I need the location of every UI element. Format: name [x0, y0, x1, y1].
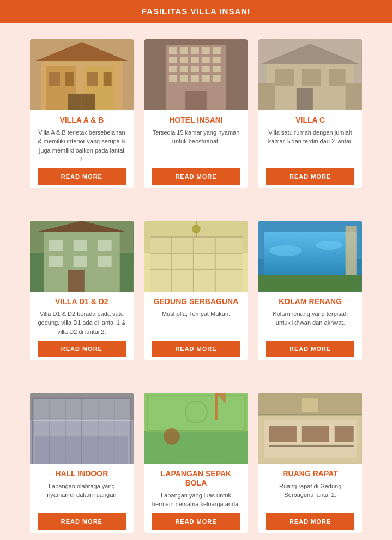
- svg-rect-37: [275, 69, 294, 86]
- svg-rect-106: [302, 398, 318, 412]
- svg-rect-6: [87, 72, 98, 86]
- card-lapangan-sepak-bola: LAPANGAN SEPAK BOLALapangan yang luas un…: [144, 393, 248, 533]
- read-more-btn-kolam-renang[interactable]: READ MORE: [266, 341, 354, 357]
- read-more-btn-hall-indoor[interactable]: READ MORE: [38, 513, 126, 530]
- svg-rect-30: [191, 75, 199, 82]
- card-villa-c: VILLA CVilla satu rumah dengan jumlah ka…: [258, 39, 362, 188]
- svg-rect-95: [215, 393, 218, 420]
- svg-rect-42: [346, 83, 362, 110]
- card-villa-ab: VILLA A & BVilla A & B terletak bersebel…: [30, 39, 134, 188]
- card-desc-hall-indoor: Lapangan olahraga yang nyaman di dalam r…: [38, 482, 126, 509]
- svg-rect-102: [335, 426, 354, 442]
- svg-rect-17: [212, 47, 220, 54]
- card-desc-villa-d1d2: Villa D1 & D2 berada pada satu gedung. v…: [38, 310, 126, 337]
- card-villa-d1d2: VILLA D1 & D2Villa D1 & D2 berada pada s…: [30, 221, 134, 360]
- svg-rect-39: [329, 69, 346, 86]
- card-title-villa-d1d2: VILLA D1 & D2: [38, 297, 126, 306]
- card-hotel-insani: HOTEL INSANITersedia 15 kamar yang nyama…: [144, 39, 248, 188]
- svg-rect-18: [169, 57, 177, 63]
- svg-rect-33: [185, 91, 207, 110]
- card-image-ruang-rapat: [258, 393, 362, 464]
- read-more-btn-lapangan-sepak-bola[interactable]: READ MORE: [152, 513, 240, 530]
- svg-rect-15: [191, 47, 199, 54]
- card-image-villa-d1d2: [30, 221, 134, 292]
- svg-rect-56: [150, 237, 243, 292]
- svg-rect-53: [68, 270, 85, 292]
- card-desc-gedung-serbaguna: Musholla, Tempat Makan.: [152, 310, 240, 337]
- svg-rect-25: [191, 66, 199, 72]
- svg-rect-19: [180, 57, 188, 63]
- svg-rect-14: [180, 47, 188, 54]
- card-image-lapangan-sepak-bola: [144, 393, 248, 464]
- svg-rect-27: [212, 66, 220, 72]
- svg-point-96: [164, 428, 180, 445]
- svg-rect-21: [201, 57, 209, 63]
- card-ruang-rapat: RUANG RAPATRuang rapat di Gedung Serbagu…: [258, 393, 362, 533]
- read-more-btn-hotel-insani[interactable]: READ MORE: [152, 168, 240, 185]
- card-desc-villa-ab: Villa A & B terletak bersebelahan & memi…: [38, 128, 126, 164]
- svg-rect-16: [201, 47, 209, 54]
- svg-rect-32: [212, 75, 220, 82]
- svg-rect-40: [297, 88, 313, 110]
- card-title-kolam-renang: KOLAM RENANG: [266, 297, 354, 306]
- card-hall-indoor: HALL INDOORLapangan olahraga yang nyaman…: [30, 393, 134, 533]
- card-title-hall-indoor: HALL INDOOR: [38, 469, 126, 478]
- card-row-3: HALL INDOORLapangan olahraga yang nyaman…: [0, 377, 392, 540]
- svg-rect-51: [74, 256, 87, 267]
- svg-rect-28: [169, 75, 177, 82]
- card-image-villa-c: [258, 39, 362, 110]
- svg-rect-52: [98, 256, 112, 267]
- svg-rect-31: [201, 75, 209, 82]
- card-row-1: VILLA A & BVilla A & B terletak bersebel…: [0, 23, 392, 204]
- svg-rect-48: [74, 240, 87, 251]
- card-title-ruang-rapat: RUANG RAPAT: [266, 469, 354, 478]
- svg-rect-23: [169, 66, 177, 72]
- card-title-villa-c: VILLA C: [266, 116, 354, 125]
- svg-rect-5: [65, 72, 74, 86]
- read-more-btn-gedung-serbaguna[interactable]: READ MORE: [152, 341, 240, 357]
- svg-rect-103: [269, 445, 354, 447]
- svg-rect-26: [201, 66, 209, 72]
- read-more-btn-villa-c[interactable]: READ MORE: [266, 168, 354, 185]
- svg-rect-9: [68, 94, 82, 110]
- header-bar: FASILITAS VILLA INSANI: [0, 0, 392, 23]
- read-more-btn-ruang-rapat[interactable]: READ MORE: [266, 513, 354, 530]
- svg-rect-49: [98, 240, 112, 251]
- svg-rect-38: [302, 69, 321, 86]
- header-title: FASILITAS VILLA INSANI: [142, 7, 251, 16]
- card-desc-hotel-insani: Tersedia 15 kamar yang nyaman untuk beri…: [152, 128, 240, 164]
- card-gedung-serbaguna: GEDUNG SERBAGUNAMusholla, Tempat Makan.R…: [144, 221, 248, 360]
- card-title-hotel-insani: HOTEL INSANI: [152, 116, 240, 125]
- card-row-2: VILLA D1 & D2Villa D1 & D2 berada pada s…: [0, 204, 392, 377]
- svg-rect-50: [49, 256, 63, 267]
- card-image-hall-indoor: [30, 393, 134, 464]
- read-more-btn-villa-ab[interactable]: READ MORE: [38, 168, 126, 185]
- svg-rect-87: [144, 431, 248, 464]
- svg-point-70: [316, 241, 343, 250]
- svg-rect-10: [82, 94, 95, 110]
- card-image-gedung-serbaguna: [144, 221, 248, 292]
- svg-rect-24: [180, 66, 188, 72]
- card-title-lapangan-sepak-bola: LAPANGAN SEPAK BOLA: [152, 469, 240, 488]
- svg-rect-13: [169, 47, 177, 54]
- svg-rect-29: [180, 75, 188, 82]
- svg-rect-93: [183, 431, 210, 432]
- card-image-villa-ab: [30, 39, 134, 110]
- svg-rect-41: [258, 83, 275, 110]
- read-more-btn-villa-d1d2[interactable]: READ MORE: [38, 341, 126, 357]
- svg-rect-72: [346, 226, 357, 275]
- svg-rect-71: [258, 275, 362, 292]
- card-desc-villa-c: Villa satu rumah dengan jumlah kamar 5 d…: [266, 128, 354, 164]
- svg-rect-101: [302, 426, 329, 442]
- card-title-villa-ab: VILLA A & B: [38, 116, 126, 125]
- svg-rect-22: [212, 57, 220, 63]
- card-desc-kolam-renang: Kolam renang yang terpisah untuk ikhwan …: [266, 310, 354, 337]
- svg-point-69: [269, 245, 302, 256]
- svg-rect-100: [269, 426, 297, 442]
- svg-rect-7: [104, 72, 112, 86]
- svg-rect-91: [147, 412, 245, 412]
- svg-rect-4: [49, 72, 60, 86]
- card-kolam-renang: KOLAM RENANGKolam renang yang terpisah u…: [258, 221, 362, 360]
- svg-rect-84: [35, 436, 128, 464]
- card-title-gedung-serbaguna: GEDUNG SERBAGUNA: [152, 297, 240, 306]
